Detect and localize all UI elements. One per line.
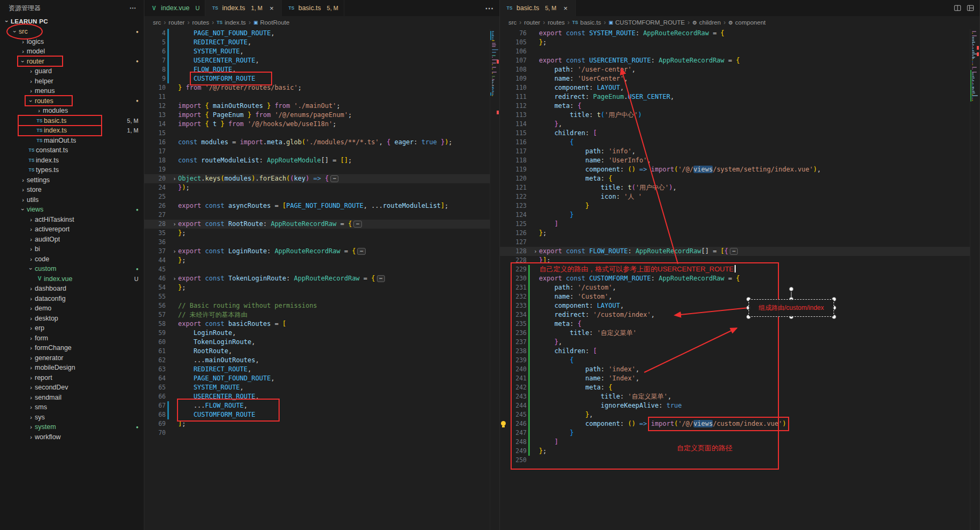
code-line-232[interactable]: 232 name: 'Custom',	[500, 292, 970, 301]
tab-basic.ts[interactable]: TSbasic.ts5, M×	[500, 0, 576, 16]
code-line-240[interactable]: 240 path: 'index',	[500, 365, 970, 374]
tree-folder-code[interactable]: ›code	[0, 254, 144, 264]
project-root-row[interactable]: › LEARUN PC	[0, 16, 144, 27]
code-line-236[interactable]: 236 title: '自定义菜单'	[500, 329, 970, 338]
code-line-118[interactable]: 118 name: 'UserInfo',	[500, 156, 970, 165]
tree-folder-routes[interactable]: ›routes●	[0, 96, 144, 106]
code-line-69[interactable]: 69];	[144, 419, 490, 428]
fold-chevron-icon[interactable]: ›	[532, 247, 539, 256]
tree-folder-report[interactable]: ›report	[0, 373, 144, 383]
code-line-123[interactable]: 123 }	[500, 201, 970, 211]
tree-folder-sms[interactable]: ›sms	[0, 402, 144, 412]
tree-folder-auditOpt[interactable]: ›auditOpt	[0, 235, 144, 245]
code-line-44[interactable]: 44};	[144, 256, 490, 265]
tree-folder-helper[interactable]: ›helper	[0, 76, 144, 87]
fold-chevron-icon[interactable]: ›	[171, 174, 178, 183]
code-line-6[interactable]: 6 SYSTEM_ROUTE,	[144, 47, 490, 56]
lightbulb-icon[interactable]	[501, 421, 506, 426]
code-line-249[interactable]: 249};	[500, 447, 970, 456]
code-line-127[interactable]: 127	[500, 238, 970, 247]
code-line-16[interactable]: 16const modules = import.meta.glob('./mo…	[144, 138, 490, 147]
code-line-63[interactable]: 63 REDIRECT_ROUTE,	[144, 365, 490, 374]
editor-more-actions-icon[interactable]: ⋯	[485, 3, 494, 13]
breadcrumb-item-RootRoute[interactable]: ▣RootRoute	[253, 19, 290, 26]
code-line-111[interactable]: 111 redirect: PageEnum.USER_CENTER,	[500, 92, 970, 102]
tree-folder-guard[interactable]: ›guard	[0, 66, 144, 76]
code-line-62[interactable]: 62 ...mainOutRoutes,	[144, 356, 490, 365]
code-line-68[interactable]: 68 CUSTOMFORM_ROUTE	[144, 410, 490, 419]
code-line-119[interactable]: 119 component: () => import('/@/views/sy…	[500, 165, 970, 174]
code-line-15[interactable]: 15	[144, 129, 490, 138]
tree-folder-mobileDesign[interactable]: ›mobileDesign	[0, 363, 144, 373]
tree-file-index.vue[interactable]: Vindex.vueU	[0, 274, 144, 284]
tree-folder-logics[interactable]: ›logics	[0, 37, 144, 47]
breadcrumb-item-src[interactable]: src	[508, 19, 516, 26]
code-line-8[interactable]: 8 FLOW_ROUTE,	[144, 65, 490, 74]
code-line-107[interactable]: 107export const USERCENTER_ROUTE: AppRou…	[500, 56, 970, 65]
tree-file-basic.ts[interactable]: TSbasic.ts5, M	[0, 116, 144, 126]
code-line-27[interactable]: 27	[144, 211, 490, 220]
tree-folder-dashboard[interactable]: ›dashboard	[0, 284, 144, 294]
tree-file-index.ts[interactable]: TSindex.ts	[0, 155, 144, 166]
tree-folder-dataconfig[interactable]: ›dataconfig	[0, 294, 144, 304]
code-line-244[interactable]: 244 ignoreKeepAlive: true	[500, 401, 970, 410]
code-line-54[interactable]: 54};	[144, 283, 490, 292]
tree-file-index.ts[interactable]: TSindex.ts1, M	[0, 126, 144, 136]
tree-folder-src[interactable]: ›src●	[0, 27, 144, 37]
tree-folder-activereport[interactable]: ›activereport	[0, 224, 144, 235]
code-line-121[interactable]: 121 title: t('用户中心'),	[500, 183, 970, 192]
code-line-61[interactable]: 61 RootRoute,	[144, 347, 490, 356]
tree-folder-settings[interactable]: ›settings	[0, 175, 144, 185]
code-line-246[interactable]: 246 component: () => import('/@/views/cu…	[500, 419, 970, 428]
code-line-65[interactable]: 65 SYSTEM_ROUTE,	[144, 383, 490, 392]
tree-folder-model[interactable]: ›model	[0, 46, 144, 57]
code-line-56[interactable]: 56// Basic routing without permissions	[144, 301, 490, 310]
code-line-235[interactable]: 235 meta: {	[500, 319, 970, 329]
code-line-241[interactable]: 241 name: 'Index',	[500, 374, 970, 383]
code-line-28[interactable]: 28›export const RootRoute: AppRouteRecor…	[144, 220, 490, 229]
tree-folder-sendmail[interactable]: ›sendmail	[0, 393, 144, 403]
tree-folder-workflow[interactable]: ›workflow	[0, 432, 144, 442]
code-line-125[interactable]: 125 ]	[500, 220, 970, 229]
code-line-66[interactable]: 66 USERCENTER_ROUTE,	[144, 392, 490, 401]
tree-folder-views[interactable]: ›views●	[0, 205, 144, 215]
code-line-116[interactable]: 116 {	[500, 138, 970, 147]
tree-folder-demo[interactable]: ›demo	[0, 303, 144, 314]
code-line-238[interactable]: 238 children: [	[500, 347, 970, 356]
code-line-26[interactable]: 26export const asyncRoutes = [PAGE_NOT_F…	[144, 201, 490, 211]
code-line-67[interactable]: 67 ...FLOW_ROUTE,	[144, 401, 490, 410]
tree-folder-store[interactable]: ›store	[0, 185, 144, 195]
code-line-55[interactable]: 55	[144, 292, 490, 301]
close-icon[interactable]: ×	[561, 4, 570, 12]
code-line-230[interactable]: 230export const CUSTOMFORM_ROUTE: AppRou…	[500, 274, 970, 283]
tree-folder-form[interactable]: ›form	[0, 333, 144, 344]
code-line-60[interactable]: 60 TokenLoginRoute,	[144, 338, 490, 347]
code-line-115[interactable]: 115 children: [	[500, 129, 970, 138]
fold-chevron-icon[interactable]: ›	[171, 220, 178, 229]
minimap-middle[interactable]	[490, 29, 499, 530]
tree-file-mainOut.ts[interactable]: TSmainOut.ts	[0, 136, 144, 146]
code-line-105[interactable]: 105};	[500, 38, 970, 47]
code-line-122[interactable]: 122 icon: '人 '	[500, 192, 970, 201]
code-line-114[interactable]: 114 },	[500, 120, 970, 129]
code-line-37[interactable]: 37›export const LoginRoute: AppRouteReco…	[144, 247, 490, 256]
tree-folder-bi[interactable]: ›bi	[0, 244, 144, 254]
code-line-11[interactable]: 11	[144, 92, 490, 102]
breadcrumb-item-basic.ts[interactable]: TSbasic.ts	[572, 19, 601, 26]
tree-folder-actHiTaskinst[interactable]: ›actHiTaskinst	[0, 215, 144, 225]
code-editor-index-ts[interactable]: 4 PAGE_NOT_FOUND_ROUTE,5 REDIRECT_ROUTE,…	[144, 29, 490, 530]
code-line-17[interactable]: 17	[144, 147, 490, 156]
code-line-233[interactable]: 233 component: LAYOUT,	[500, 301, 970, 310]
fold-chevron-icon[interactable]: ›	[171, 247, 178, 256]
breadcrumb-item-routes[interactable]: routes	[547, 19, 565, 26]
breadcrumb-item-router[interactable]: router	[168, 19, 184, 26]
split-editor-icon[interactable]	[954, 4, 961, 12]
code-line-19[interactable]: 19	[144, 165, 490, 174]
code-line-113[interactable]: 113 title: t('用户中心')	[500, 111, 970, 120]
code-line-239[interactable]: 239 {	[500, 356, 970, 365]
code-line-117[interactable]: 117 path: 'info',	[500, 147, 970, 156]
code-editor-basic-ts[interactable]: 76export const SYSTEM_ROUTE: AppRouteRec…	[500, 29, 970, 530]
tree-folder-menus[interactable]: ›menus	[0, 86, 144, 96]
code-line-250[interactable]: 250	[500, 456, 970, 465]
code-line-9[interactable]: 9 CUSTOMFORM_ROUTE	[144, 74, 490, 83]
